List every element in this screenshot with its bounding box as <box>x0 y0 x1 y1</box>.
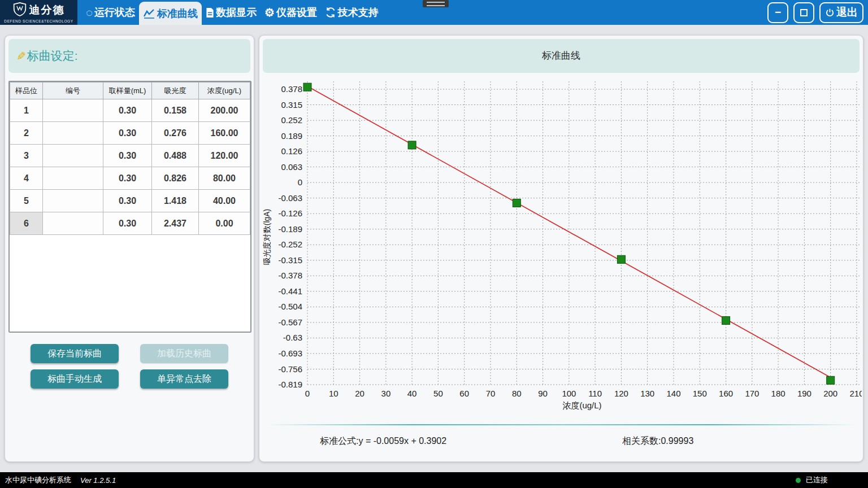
chart-title: 标准曲线 <box>263 39 860 73</box>
connection-label: 已连接 <box>806 475 828 485</box>
column-header: 浓度(ug/L) <box>199 82 250 99</box>
svg-text:190: 190 <box>797 389 811 398</box>
table-cell[interactable]: 5 <box>10 190 43 212</box>
table-cell[interactable]: 4 <box>10 167 43 190</box>
table-cell[interactable]: 0.30 <box>103 122 152 145</box>
tab-0-运行状态[interactable]: ◌运行状态 <box>82 0 139 25</box>
svg-text:10: 10 <box>329 389 338 398</box>
tab-3-仪器设置[interactable]: ⚙仪器设置 <box>261 0 321 25</box>
svg-text:150: 150 <box>693 389 707 398</box>
svg-text:吸光度对数(lgA): 吸光度对数(lgA) <box>262 209 271 265</box>
svg-text:110: 110 <box>588 389 602 398</box>
table-cell[interactable]: 0.00 <box>199 212 250 235</box>
svg-text:0.063: 0.063 <box>281 162 302 172</box>
table-cell[interactable]: 120.00 <box>199 145 250 167</box>
table-cell[interactable]: 0.30 <box>103 190 152 212</box>
svg-text:0.189: 0.189 <box>281 131 302 141</box>
table-cell[interactable]: 80.00 <box>199 167 250 190</box>
tab-1-标准曲线[interactable]: 标准曲线 <box>139 2 202 25</box>
tab-2-数据显示[interactable]: 数据显示 <box>202 0 261 25</box>
main-area: ✎ 标曲设定: 样品位编号取样量(mL)吸光度浓度(ug/L) 10.300.1… <box>0 25 868 472</box>
svg-text:210: 210 <box>849 389 862 398</box>
table-cell[interactable]: 0.158 <box>152 99 199 122</box>
table-cell[interactable] <box>43 212 103 235</box>
standard-curve-chart: 0102030405060708090100110120130140150160… <box>262 74 862 421</box>
svg-text:-0.126: -0.126 <box>278 208 302 218</box>
drag-handle[interactable] <box>423 0 449 7</box>
app-logo: 迪分德 DEFEND SCIENCE&TECHNOLOGY <box>0 0 77 25</box>
table-row: 60.302.4370.00 <box>10 212 250 235</box>
table-cell[interactable]: 0.276 <box>152 122 199 145</box>
table-cell[interactable] <box>43 122 103 145</box>
svg-text:120: 120 <box>614 389 628 398</box>
exit-button[interactable]: 退出 <box>819 2 863 23</box>
svg-text:-0.567: -0.567 <box>278 317 302 327</box>
table-cell[interactable]: 0.488 <box>152 145 199 167</box>
svg-text:30: 30 <box>381 389 391 398</box>
table-cell[interactable]: 200.00 <box>199 99 250 122</box>
logo-title: 迪分德 <box>29 3 65 18</box>
svg-text:0.315: 0.315 <box>281 100 302 110</box>
tab-4-技术支持[interactable]: 技术支持 <box>321 0 383 25</box>
svg-text:90: 90 <box>538 389 548 398</box>
app-version: Ver 1.2.5.1 <box>80 476 116 485</box>
table-cell[interactable]: 2 <box>10 122 43 145</box>
svg-text:-0.252: -0.252 <box>278 239 302 249</box>
table-cell[interactable]: 0.826 <box>152 167 199 190</box>
svg-text:0: 0 <box>298 177 302 187</box>
button-加载历史标曲: 加载历史标曲 <box>140 344 228 363</box>
table-cell[interactable] <box>43 190 103 212</box>
table-row: 50.301.41840.00 <box>10 190 250 212</box>
table-cell[interactable] <box>43 145 103 167</box>
svg-text:-0.693: -0.693 <box>278 348 302 358</box>
svg-text:180: 180 <box>771 389 785 398</box>
svg-text:-0.819: -0.819 <box>278 380 302 389</box>
svg-text:160: 160 <box>719 389 733 398</box>
table-cell[interactable] <box>43 99 103 122</box>
button-单异常点去除[interactable]: 单异常点去除 <box>140 369 228 389</box>
column-header: 取样量(mL) <box>103 82 152 99</box>
table-cell[interactable]: 0.30 <box>103 167 152 190</box>
table-cell[interactable]: 1 <box>10 99 43 122</box>
app-name: 水中尿中碘分析系统 <box>5 475 71 485</box>
maximize-button[interactable] <box>793 2 814 23</box>
table-cell[interactable]: 0.30 <box>103 145 152 167</box>
formula-row: 标准公式:y = -0.0059x + 0.3902 相关系数:0.99993 <box>259 435 863 449</box>
svg-text:-0.441: -0.441 <box>278 286 302 296</box>
logo-subtitle: DEFEND SCIENCE&TECHNOLOGY <box>4 19 73 23</box>
exit-label: 退出 <box>836 5 858 20</box>
svg-text:-0.315: -0.315 <box>278 255 302 265</box>
curve-settings-panel: ✎ 标曲设定: 样品位编号取样量(mL)吸光度浓度(ug/L) 10.300.1… <box>5 35 254 462</box>
table-cell[interactable]: 2.437 <box>152 212 199 235</box>
standard-curve-panel: 标准曲线 01020304050607080901001101201301401… <box>259 35 863 462</box>
curve-icon <box>143 8 155 19</box>
table-cell[interactable]: 40.00 <box>199 190 250 212</box>
power-icon <box>825 8 835 18</box>
calibration-table-container: 样品位编号取样量(mL)吸光度浓度(ug/L) 10.300.158200.00… <box>8 81 251 333</box>
svg-text:50: 50 <box>433 389 443 398</box>
nav-tabs: ◌运行状态标准曲线数据显示⚙仪器设置技术支持 <box>82 0 383 25</box>
table-row: 40.300.82680.00 <box>10 167 250 190</box>
svg-text:200: 200 <box>823 389 837 398</box>
table-cell[interactable]: 6 <box>10 212 43 235</box>
table-cell[interactable]: 0.30 <box>103 99 152 122</box>
table-row: 20.300.276160.00 <box>10 122 250 145</box>
button-标曲手动生成[interactable]: 标曲手动生成 <box>31 369 119 389</box>
connection-status: 已连接 <box>796 475 863 485</box>
table-cell[interactable]: 3 <box>10 145 43 167</box>
table-cell[interactable] <box>43 167 103 190</box>
svg-text:浓度(ug/L): 浓度(ug/L) <box>562 400 601 410</box>
spinner-icon: ◌ <box>86 7 93 18</box>
window-controls: − 退出 <box>767 0 868 25</box>
table-cell[interactable]: 0.30 <box>103 212 152 235</box>
table-cell[interactable]: 1.418 <box>152 190 199 212</box>
svg-text:0.378: 0.378 <box>281 84 302 94</box>
minimize-button[interactable]: − <box>767 2 788 23</box>
button-保存当前标曲[interactable]: 保存当前标曲 <box>31 344 119 363</box>
table-cell[interactable]: 160.00 <box>199 122 250 145</box>
column-header: 编号 <box>43 82 103 99</box>
svg-text:80: 80 <box>512 389 522 398</box>
svg-text:40: 40 <box>407 389 417 398</box>
titlebar: 迪分德 DEFEND SCIENCE&TECHNOLOGY ◌运行状态标准曲线数… <box>0 0 868 25</box>
chart-header: 标准曲线 <box>263 39 860 73</box>
